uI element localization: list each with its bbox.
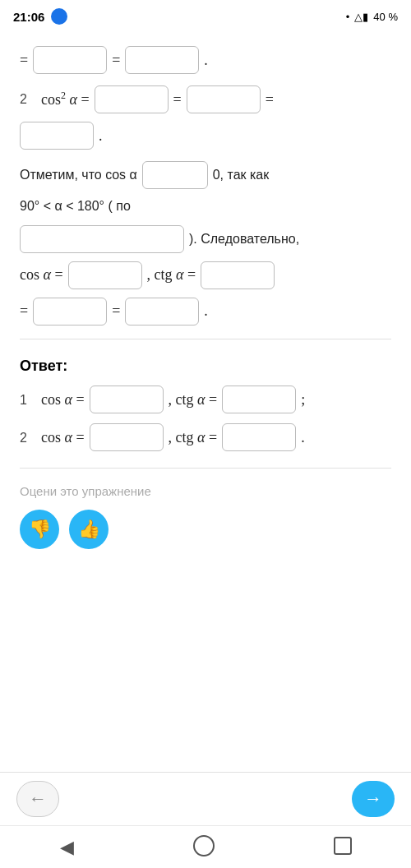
cos2-formula: cos2 α = (41, 88, 90, 112)
rating-section: Оцени это упражнение 👎 👍 (20, 482, 391, 549)
condition-text: 90° < α < 180° ( по (20, 196, 131, 217)
rating-buttons: 👎 👍 (20, 510, 391, 549)
eq-symbol-1: = (20, 48, 28, 72)
shazam-icon (51, 8, 67, 25)
back-button[interactable]: ← (16, 781, 59, 817)
answer1-cos-label: cos α = (41, 388, 85, 412)
input-ctg-val[interactable] (201, 261, 275, 289)
answer1-sep: ; (301, 388, 305, 412)
ctg-label: , ctg α = (147, 263, 196, 287)
battery: 40 % (373, 11, 398, 23)
android-back-icon[interactable]: ◀ (60, 837, 74, 858)
input-remark-compare[interactable] (142, 161, 208, 189)
remark-prefix: Отметим, что cos α (20, 164, 137, 186)
answer2-cos-label: cos α = (41, 426, 85, 450)
answer1-ctg-input[interactable] (222, 386, 296, 413)
top-equals-row: = = . (20, 46, 391, 74)
answer2-ctg-input[interactable] (222, 423, 296, 451)
answer2-sep: . (301, 426, 305, 450)
row-num-2: 2 (20, 89, 33, 110)
dot-1: . (204, 48, 208, 72)
eq-symbol-2: = (112, 48, 120, 72)
status-left: 21:06 (13, 8, 67, 25)
condition-line: 90° < α < 180° ( по (20, 196, 391, 217)
nav-footer: ← → (0, 772, 411, 825)
cos-ctg-row: cos α = , ctg α = (20, 261, 391, 289)
input-final-1[interactable] (33, 298, 107, 326)
input-top-2[interactable] (125, 46, 199, 74)
thumbs-up-button[interactable]: 👍 (69, 510, 109, 549)
status-bar: 21:06 • △▮ 40 % (0, 0, 411, 30)
forward-arrow-icon: → (364, 788, 382, 810)
thumbs-down-icon: 👎 (29, 519, 51, 540)
android-home-icon[interactable] (193, 835, 215, 860)
eq-cos2-2: = (173, 88, 182, 112)
input-cos2-1[interactable] (95, 85, 169, 113)
answer-row-1: 1 cos α = , ctg α = ; (20, 386, 391, 413)
back-arrow-icon: ← (29, 788, 47, 810)
status-right: • △▮ 40 % (346, 11, 398, 23)
eq-f1: = (20, 299, 28, 323)
cos-label: cos α = (20, 263, 63, 287)
input-cos2-2[interactable] (187, 85, 261, 113)
otvet-title: Ответ: (20, 354, 391, 378)
input-cos2-3[interactable] (20, 122, 94, 150)
time: 21:06 (13, 10, 44, 24)
answer-num-2: 2 (20, 427, 33, 449)
answer2-ctg-label: , ctg α = (169, 426, 218, 450)
dot-indicator: • (346, 11, 350, 23)
divider-2 (20, 468, 391, 469)
input-final-2[interactable] (125, 298, 199, 326)
eq-f2: = (112, 299, 120, 323)
final-equals-row: = = . (20, 298, 391, 326)
input-condition[interactable] (20, 225, 184, 253)
divider-1 (20, 339, 391, 339)
eq-cos2-3: = (266, 88, 274, 112)
signal-icon: △▮ (354, 11, 368, 23)
answer1-cos-input[interactable] (90, 386, 164, 413)
answer-num-1: 1 (20, 390, 33, 411)
answer1-ctg-label: , ctg α = (169, 388, 218, 412)
input-cos-val[interactable] (68, 261, 142, 289)
answer2-cos-input[interactable] (90, 423, 164, 451)
condition2-row: ). Следовательно, (20, 225, 391, 253)
remark-line: Отметим, что cos α 0, так как (20, 161, 391, 189)
answer-row-2: 2 cos α = , ctg α = . (20, 423, 391, 451)
main-content: = = . 2 cos2 α = = = . Отметим, что cos … (0, 30, 411, 549)
remark-suffix: 0, так как (213, 164, 270, 186)
input-top-1[interactable] (33, 46, 107, 74)
row-cos2-cont: . (20, 122, 391, 150)
forward-button[interactable]: → (352, 781, 395, 817)
rating-label: Оцени это упражнение (20, 482, 391, 501)
thumbs-down-button[interactable]: 👎 (20, 510, 59, 549)
android-nav-bar: ◀ (0, 825, 411, 868)
thumbs-up-icon: 👍 (78, 519, 100, 540)
condition2-text: ). Следовательно, (189, 229, 299, 250)
dot-3: . (204, 299, 208, 323)
row-cos2: 2 cos2 α = = = (20, 85, 391, 113)
dot-2: . (99, 124, 103, 148)
android-recents-icon[interactable] (334, 837, 352, 858)
